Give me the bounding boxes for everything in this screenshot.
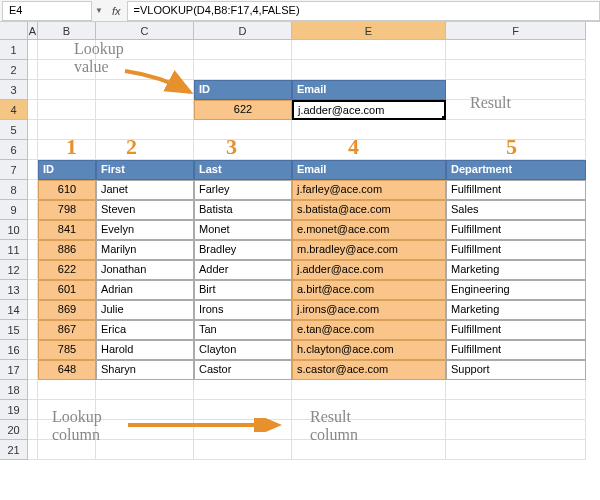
table-row[interactable]: 601AdrianBirta.birt@ace.comEngineering	[28, 280, 600, 300]
cell-last[interactable]: Batista	[194, 200, 292, 220]
table-row[interactable]: 869JulieIronsj.irons@ace.comMarketing	[28, 300, 600, 320]
cell-id[interactable]: 648	[38, 360, 96, 380]
row-header-12[interactable]: 12	[0, 260, 28, 280]
row-header-19[interactable]: 19	[0, 400, 28, 420]
row-header-21[interactable]: 21	[0, 440, 28, 460]
result-cell-active[interactable]: j.adder@ace.com	[292, 100, 446, 120]
cell-dept[interactable]: Fulfillment	[446, 180, 586, 200]
table-header-id[interactable]: ID	[38, 160, 96, 180]
name-box-dropdown-icon[interactable]: ▼	[92, 6, 106, 15]
row-header-8[interactable]: 8	[0, 180, 28, 200]
cell-dept[interactable]: Sales	[446, 200, 586, 220]
cell-id[interactable]: 867	[38, 320, 96, 340]
cell-email[interactable]: h.clayton@ace.com	[292, 340, 446, 360]
cell-email[interactable]: e.monet@ace.com	[292, 220, 446, 240]
cell-last[interactable]: Farley	[194, 180, 292, 200]
cell-id[interactable]: 886	[38, 240, 96, 260]
col-header-B[interactable]: B	[38, 22, 96, 40]
row-header-6[interactable]: 6	[0, 140, 28, 160]
row-header-18[interactable]: 18	[0, 380, 28, 400]
cell-id[interactable]: 601	[38, 280, 96, 300]
cell-dept[interactable]: Fulfillment	[446, 320, 586, 340]
cell-last[interactable]: Monet	[194, 220, 292, 240]
cells-area[interactable]: ID Email 622 j.adder@ace.com ID First La…	[28, 40, 600, 460]
lookup-header-id[interactable]: ID	[194, 80, 292, 100]
select-all-corner[interactable]	[0, 22, 28, 40]
table-row[interactable]: 610JanetFarleyj.farley@ace.comFulfillmen…	[28, 180, 600, 200]
row-header-1[interactable]: 1	[0, 40, 28, 60]
row-header-2[interactable]: 2	[0, 60, 28, 80]
cell-dept[interactable]: Support	[446, 360, 586, 380]
cell-first[interactable]: Janet	[96, 180, 194, 200]
cell-email[interactable]: s.batista@ace.com	[292, 200, 446, 220]
name-box[interactable]: E4	[2, 1, 92, 21]
table-row[interactable]: 622JonathanAdderj.adder@ace.comMarketing	[28, 260, 600, 280]
table-header-first[interactable]: First	[96, 160, 194, 180]
row-header-11[interactable]: 11	[0, 240, 28, 260]
cell-first[interactable]: Julie	[96, 300, 194, 320]
cell-id[interactable]: 798	[38, 200, 96, 220]
cell-id[interactable]: 610	[38, 180, 96, 200]
table-row[interactable]: 798StevenBatistas.batista@ace.comSales	[28, 200, 600, 220]
cell-last[interactable]: Adder	[194, 260, 292, 280]
row-header-20[interactable]: 20	[0, 420, 28, 440]
cell-first[interactable]: Erica	[96, 320, 194, 340]
cell-dept[interactable]: Marketing	[446, 260, 586, 280]
cell-last[interactable]: Tan	[194, 320, 292, 340]
row-header-15[interactable]: 15	[0, 320, 28, 340]
cell-id[interactable]: 785	[38, 340, 96, 360]
cell-dept[interactable]: Marketing	[446, 300, 586, 320]
col-header-A[interactable]: A	[28, 22, 38, 40]
cell-email[interactable]: a.birt@ace.com	[292, 280, 446, 300]
cell-last[interactable]: Birt	[194, 280, 292, 300]
cell-last[interactable]: Clayton	[194, 340, 292, 360]
table-row[interactable]: 648SharynCastors.castor@ace.comSupport	[28, 360, 600, 380]
cell-email[interactable]: j.adder@ace.com	[292, 260, 446, 280]
cell-email[interactable]: j.farley@ace.com	[292, 180, 446, 200]
cell-last[interactable]: Irons	[194, 300, 292, 320]
cell-first[interactable]: Marilyn	[96, 240, 194, 260]
cell-dept[interactable]: Fulfillment	[446, 340, 586, 360]
cell-first[interactable]: Sharyn	[96, 360, 194, 380]
row-header-16[interactable]: 16	[0, 340, 28, 360]
table-row[interactable]: 785HaroldClaytonh.clayton@ace.comFulfill…	[28, 340, 600, 360]
row-header-14[interactable]: 14	[0, 300, 28, 320]
cell-last[interactable]: Bradley	[194, 240, 292, 260]
cell-email[interactable]: s.castor@ace.com	[292, 360, 446, 380]
cell-email[interactable]: j.irons@ace.com	[292, 300, 446, 320]
cell-dept[interactable]: Fulfillment	[446, 240, 586, 260]
table-row[interactable]: 867EricaTane.tan@ace.comFulfillment	[28, 320, 600, 340]
cell-id[interactable]: 869	[38, 300, 96, 320]
table-header-last[interactable]: Last	[194, 160, 292, 180]
row-header-13[interactable]: 13	[0, 280, 28, 300]
cell-first[interactable]: Harold	[96, 340, 194, 360]
row-header-10[interactable]: 10	[0, 220, 28, 240]
cell-id[interactable]: 841	[38, 220, 96, 240]
cell-first[interactable]: Jonathan	[96, 260, 194, 280]
cell-first[interactable]: Adrian	[96, 280, 194, 300]
cell-email[interactable]: m.bradley@ace.com	[292, 240, 446, 260]
formula-bar[interactable]: =VLOOKUP(D4,B8:F17,4,FALSE)	[127, 1, 600, 21]
cell-first[interactable]: Steven	[96, 200, 194, 220]
cell-last[interactable]: Castor	[194, 360, 292, 380]
col-header-F[interactable]: F	[446, 22, 586, 40]
table-header-email[interactable]: Email	[292, 160, 446, 180]
lookup-value-cell[interactable]: 622	[194, 100, 292, 120]
col-header-C[interactable]: C	[96, 22, 194, 40]
row-header-9[interactable]: 9	[0, 200, 28, 220]
row-header-5[interactable]: 5	[0, 120, 28, 140]
row-header-17[interactable]: 17	[0, 360, 28, 380]
table-row[interactable]: 841EvelynMonete.monet@ace.comFulfillment	[28, 220, 600, 240]
cell-dept[interactable]: Fulfillment	[446, 220, 586, 240]
table-row[interactable]: 886MarilynBradleym.bradley@ace.comFulfil…	[28, 240, 600, 260]
col-header-D[interactable]: D	[194, 22, 292, 40]
row-header-7[interactable]: 7	[0, 160, 28, 180]
col-header-E[interactable]: E	[292, 22, 446, 40]
cell-dept[interactable]: Engineering	[446, 280, 586, 300]
table-header-dept[interactable]: Department	[446, 160, 586, 180]
row-header-3[interactable]: 3	[0, 80, 28, 100]
cell-first[interactable]: Evelyn	[96, 220, 194, 240]
row-header-4[interactable]: 4	[0, 100, 28, 120]
cell-id[interactable]: 622	[38, 260, 96, 280]
cell-email[interactable]: e.tan@ace.com	[292, 320, 446, 340]
